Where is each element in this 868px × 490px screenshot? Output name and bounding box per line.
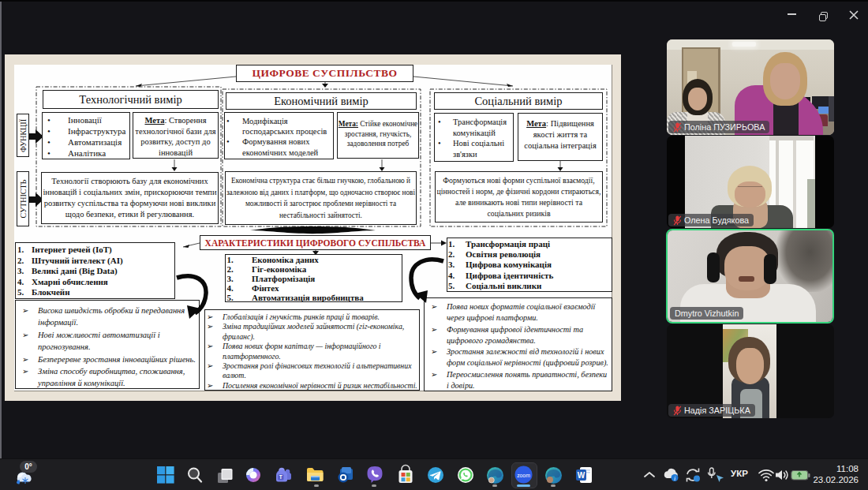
svg-text:W: W — [578, 471, 586, 480]
svg-text:T: T — [279, 474, 282, 480]
svg-text:zoom: zoom — [517, 473, 530, 478]
svg-text:i: i — [674, 475, 675, 482]
